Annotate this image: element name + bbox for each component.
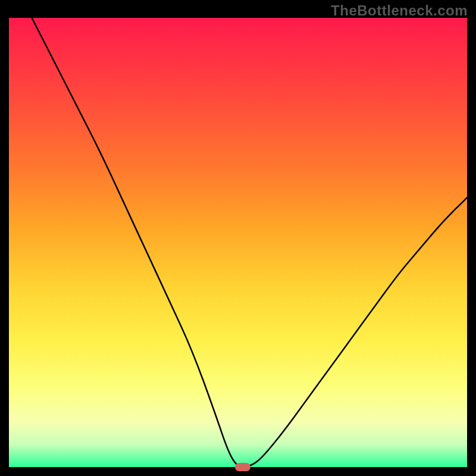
optimum-marker — [235, 463, 250, 471]
chart-frame: TheBottleneck.com — [0, 0, 476, 476]
bottleneck-curve-path — [32, 18, 468, 467]
watermark-text: TheBottleneck.com — [331, 2, 468, 19]
curve-svg — [9, 18, 467, 467]
plot-area — [9, 18, 467, 467]
